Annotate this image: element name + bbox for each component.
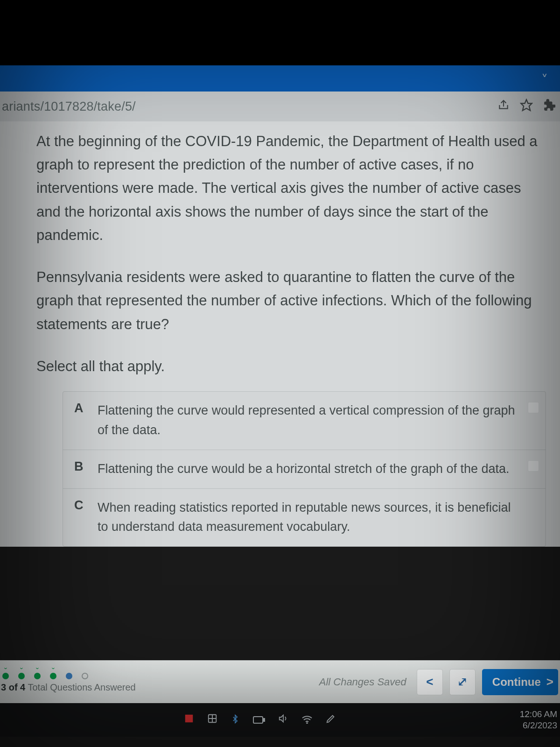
checkbox-icon[interactable]: [528, 402, 539, 413]
svg-rect-2: [253, 717, 263, 723]
checkbox-icon[interactable]: [528, 460, 539, 472]
progress-count: 3 of 4 Total Questions Answered: [1, 682, 136, 693]
option-b[interactable]: B Flattening the curve would be a horizo…: [63, 450, 546, 489]
extension-icon[interactable]: [543, 99, 555, 114]
time-label: 12:06 AM: [520, 709, 557, 720]
pen-icon[interactable]: [326, 713, 336, 726]
option-text: Flattening the curve would represented a…: [98, 401, 522, 440]
system-clock[interactable]: 12:06 AM 6/2/2023: [520, 709, 560, 731]
svg-rect-3: [264, 719, 265, 721]
quiz-footer: ˇ ˇ ˇ ˇ 3 of 4 Total Questions Answered …: [0, 660, 560, 703]
app-icon[interactable]: [207, 713, 217, 726]
progress-indicator: ˇ ˇ ˇ ˇ 3 of 4 Total Questions Answered: [0, 671, 136, 693]
option-text: Flattening the curve would be a horizont…: [98, 459, 510, 479]
window-titlebar: ˅: [0, 65, 560, 92]
previous-button[interactable]: <: [417, 669, 443, 695]
address-bar-row: ariants/1017828/take/5/: [0, 92, 560, 121]
chevron-right-icon: >: [546, 675, 553, 689]
option-a[interactable]: A Flattening the curve would represented…: [63, 392, 546, 450]
question-paragraph-1: At the beginning of the COVID-19 Pandemi…: [36, 130, 546, 247]
chevron-left-icon: <: [426, 675, 433, 689]
chevron-down-icon[interactable]: ˅: [541, 72, 548, 87]
option-letter: C: [74, 498, 87, 537]
option-letter: A: [74, 401, 87, 440]
app-icon[interactable]: [184, 713, 194, 726]
dot-current-icon: [66, 673, 72, 679]
answer-options: A Flattening the curve would represented…: [63, 391, 546, 547]
svg-point-4: [307, 723, 308, 724]
option-letter: B: [74, 459, 87, 479]
bluetooth-icon[interactable]: [231, 713, 240, 726]
question-paragraph-2: Pennsylvania residents were asked to qua…: [36, 266, 546, 336]
windows-taskbar: 12:06 AM 6/2/2023: [0, 703, 560, 737]
dot-unanswered-icon: [82, 673, 88, 679]
progress-dots: ˇ ˇ ˇ ˇ: [1, 671, 136, 681]
share-icon[interactable]: [497, 99, 510, 114]
date-label: 6/2/2023: [520, 720, 557, 731]
expand-button[interactable]: ⤢: [449, 669, 476, 695]
star-icon[interactable]: [520, 99, 533, 115]
continue-label: Continue: [492, 676, 541, 689]
save-status: All Changes Saved: [319, 676, 406, 688]
volume-icon[interactable]: [278, 713, 288, 726]
battery-icon[interactable]: [253, 713, 265, 726]
option-text: When reading statistics reported in repu…: [98, 498, 522, 537]
question-instruction: Select all that apply.: [36, 355, 546, 378]
url-text[interactable]: ariants/1017828/take/5/: [0, 99, 491, 114]
expand-icon: ⤢: [457, 675, 468, 689]
wifi-icon[interactable]: [301, 713, 313, 726]
svg-marker-0: [521, 99, 532, 110]
question-page: At the beginning of the COVID-19 Pandemi…: [0, 121, 560, 547]
continue-button[interactable]: Continue >: [482, 669, 558, 695]
option-c[interactable]: C When reading statistics reported in re…: [63, 489, 546, 547]
